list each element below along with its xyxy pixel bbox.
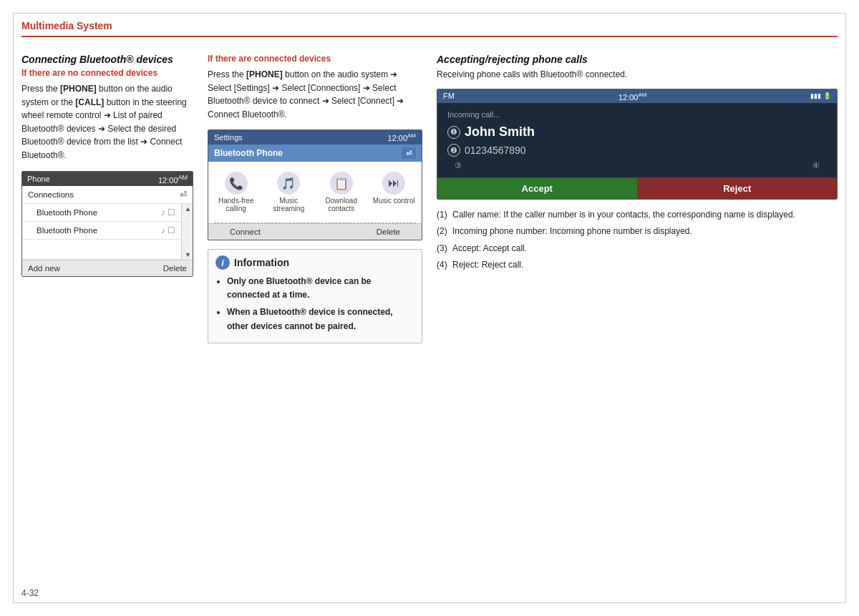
info-bullet-1: Only one Bluetooth® device can be connec… xyxy=(227,275,414,302)
desc-text-4: Reject: Reject call. xyxy=(452,258,523,272)
music-control-icon-box[interactable]: ⏭ Music control xyxy=(369,167,419,217)
phone-ui-mockup: Phone 12:00AM Connections ⏎ Bluetooth Ph… xyxy=(21,171,193,278)
settings-ui-mockup: Settings 12:00AM Bluetooth Phone ⏎ 📞 Han… xyxy=(208,129,422,240)
phone-items-row: Bluetooth Phone ♪ ☐ Bluetooth Phone ♪ ☐ … xyxy=(22,204,193,260)
right-section-heading: Accepting/rejecting phone calls xyxy=(437,54,838,65)
settings-bt-phone-label: Bluetooth Phone xyxy=(214,148,283,158)
left-column: Connecting Bluetooth® devices If there a… xyxy=(21,54,193,587)
scroll-down-icon[interactable]: ▼ xyxy=(185,251,191,258)
middle-body-text: Press the [PHONE] button on the audio sy… xyxy=(208,68,422,121)
caller-num-badge-2: ❷ xyxy=(447,144,460,157)
information-box: i Information Only one Bluetooth® device… xyxy=(208,249,422,343)
caller-num-badge-1: ❶ xyxy=(447,126,460,139)
info-bullet-list: Only one Bluetooth® device can be connec… xyxy=(215,275,414,333)
reject-button[interactable]: Reject xyxy=(638,178,838,199)
settings-label: Settings xyxy=(214,133,243,142)
desc-num-3: (3) xyxy=(437,242,452,255)
settings-back-button[interactable]: ⏎ xyxy=(402,147,416,159)
desc-item-2: (2) Incoming phone number: Incoming phon… xyxy=(437,225,838,238)
middle-subheading: If there are connected devices xyxy=(208,54,422,64)
music-control-icon: ⏭ xyxy=(382,172,405,195)
left-body-text: Press the [PHONE] button on the audio sy… xyxy=(21,82,193,162)
phone-items-list: Bluetooth Phone ♪ ☐ Bluetooth Phone ♪ ☐ xyxy=(22,204,181,260)
info-icon: i xyxy=(215,255,230,270)
desc-num-1: (1) xyxy=(437,208,452,222)
right-column: Accepting/rejecting phone calls Receivin… xyxy=(437,54,838,587)
settings-title-bar: Bluetooth Phone ⏎ xyxy=(208,145,422,162)
delete-label[interactable]: Delete xyxy=(163,264,187,273)
call-action-buttons: Accept Reject xyxy=(437,177,837,199)
page-header: Multimedia System xyxy=(21,20,838,37)
info-heading: i Information xyxy=(215,255,414,270)
page-border-left xyxy=(13,13,14,603)
download-contacts-label: Download contacts xyxy=(318,197,365,212)
hands-free-label: Hands-free calling xyxy=(213,197,260,212)
music-streaming-label: Music streaming xyxy=(266,197,313,212)
page-number: 4-32 xyxy=(21,588,39,598)
fm-label: FM xyxy=(443,92,455,100)
hands-free-icon-box[interactable]: 📞 Hands-free calling xyxy=(211,167,261,217)
desc-num-4: (4) xyxy=(437,258,452,272)
settings-time: 12:00AM xyxy=(387,132,416,142)
connections-label: Connections xyxy=(28,190,74,199)
phone-item-icons-2: ♪ ☐ xyxy=(161,225,175,235)
phone-empty-item xyxy=(22,240,181,260)
desc-item-4: (4) Reject: Reject call. xyxy=(437,258,838,272)
reject-num-badge: ④ xyxy=(812,161,820,170)
info-title: Information xyxy=(234,257,289,268)
phone-scroll: ▲ ▼ xyxy=(181,204,193,260)
info-bullet-2: When a Bluetooth® device is connected, o… xyxy=(227,305,414,333)
main-content: Connecting Bluetooth® devices If there a… xyxy=(21,54,838,587)
call-ui-mockup: FM 12:00AM ▮▮▮ 🔋 Incoming call... ❶ John… xyxy=(437,89,838,200)
status-icons: ▮▮▮ 🔋 xyxy=(810,92,831,99)
desc-text-2: Incoming phone number: Incoming phone nu… xyxy=(452,225,692,238)
desc-item-1: (1) Caller name: If the caller number is… xyxy=(437,208,838,222)
scroll-up-icon[interactable]: ▲ xyxy=(185,205,191,212)
bluetooth-phone-label-1: Bluetooth Phone xyxy=(37,208,97,217)
bluetooth-phone-item-1[interactable]: Bluetooth Phone ♪ ☐ xyxy=(22,204,181,222)
desc-item-3: (3) Accept: Accept call. xyxy=(437,242,838,255)
caller-number: 01234567890 xyxy=(465,145,526,156)
caller-name: John Smith xyxy=(465,124,535,140)
phone-number-row: ❷ 01234567890 xyxy=(447,144,827,157)
bluetooth-phone-label-2: Bluetooth Phone xyxy=(37,226,97,235)
page-border-bottom xyxy=(13,602,846,603)
phone-connections-row: Connections ⏎ xyxy=(22,186,193,204)
desc-text-1: Caller name: If the caller number is in … xyxy=(452,208,795,222)
accept-button[interactable]: Accept xyxy=(437,178,638,199)
download-contacts-icon: 📋 xyxy=(330,172,353,195)
header-title: Multimedia System xyxy=(21,20,112,31)
caller-name-row: ❶ John Smith xyxy=(447,124,827,140)
hands-free-icon: 📞 xyxy=(225,172,248,195)
add-new-label[interactable]: Add new xyxy=(28,264,60,273)
music-control-label: Music control xyxy=(373,197,415,205)
left-subheading: If there are no connected devices xyxy=(21,68,193,78)
settings-delete-label[interactable]: Delete xyxy=(377,228,400,236)
settings-icons-grid: 📞 Hands-free calling 🎵 Music streaming 📋… xyxy=(208,162,422,223)
settings-bottom: Connect Delete xyxy=(208,223,422,240)
left-section-heading: Connecting Bluetooth® devices xyxy=(21,54,193,65)
music-streaming-icon: 🎵 xyxy=(277,172,300,195)
page-border-top xyxy=(13,13,846,14)
phone-ui-header: Phone 12:00AM xyxy=(22,172,193,187)
desc-num-2: (2) xyxy=(437,225,452,238)
bluetooth-phone-item-2[interactable]: Bluetooth Phone ♪ ☐ xyxy=(22,222,181,240)
call-descriptions: (1) Caller name: If the caller number is… xyxy=(437,208,838,272)
phone-time: 12:00AM xyxy=(158,174,188,185)
middle-column: If there are connected devices Press the… xyxy=(208,54,422,587)
phone-ui-bottom: Add new Delete xyxy=(22,260,193,276)
desc-text-3: Accept: Accept call. xyxy=(452,242,527,255)
phone-label: Phone xyxy=(27,175,50,183)
back-icon: ⏎ xyxy=(180,190,187,200)
call-ui-body: Incoming call... ❶ John Smith ❷ 01234567… xyxy=(437,103,837,177)
settings-ui-header: Settings 12:00AM xyxy=(208,130,422,145)
call-time: 12:00AM xyxy=(618,92,647,102)
connect-label[interactable]: Connect xyxy=(230,228,261,236)
phone-item-icons-1: ♪ ☐ xyxy=(161,207,175,217)
call-ui-header: FM 12:00AM ▮▮▮ 🔋 xyxy=(437,89,837,104)
music-streaming-icon-box[interactable]: 🎵 Music streaming xyxy=(264,167,314,217)
page-border-right xyxy=(845,13,846,603)
right-body-intro: Receiving phone calls with Bluetooth® co… xyxy=(437,68,838,82)
incoming-call-status: Incoming call... xyxy=(447,110,827,119)
download-contacts-icon-box[interactable]: 📋 Download contacts xyxy=(316,167,367,217)
